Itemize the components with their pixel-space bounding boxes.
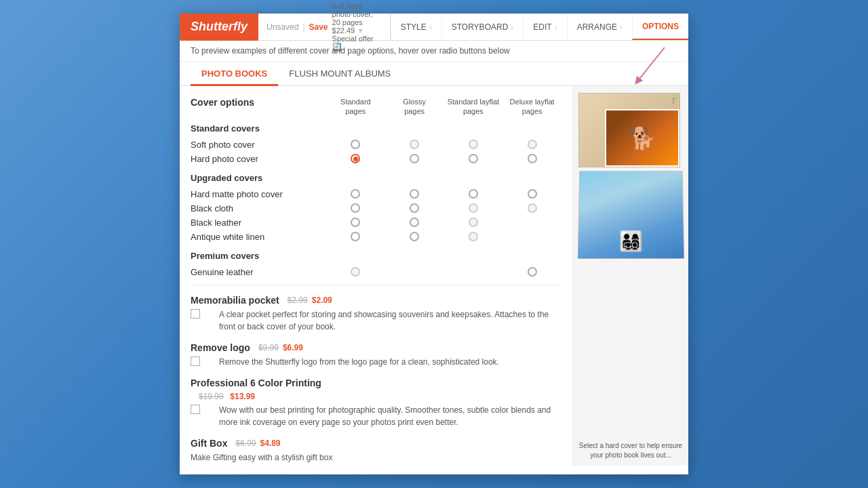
radio-cloth-layflat [469,203,478,213]
addon-memorabilia-title: Memorabilia pocket [191,295,279,306]
top-nav: Shutterfly Unsaved | Save 8x8 Hard photo… [180,14,688,41]
col-glossy: Glossypages [385,97,444,117]
radio-soft-glossy [410,140,419,149]
addon-gift-box-desc: Make Gifting easy with a stylish gift bo… [191,451,561,464]
addon-pro-printing: Professional 6 Color Printing $19.99 $13… [191,378,561,428]
addon-pro-old-price: $19.99 [199,392,224,401]
radio-cloth-glossy[interactable] [410,203,419,213]
preview-text: Select a hard cover to help ensure your … [573,441,688,460]
radio-linen-standard[interactable] [351,232,360,241]
cover-row-antique-linen: Antique white linen [191,230,561,244]
addon-pro-printing-checkbox[interactable] [191,405,200,414]
addon-gift-box-title: Gift Box [191,438,227,449]
cover-row-hard-matte: Hard matte photo cover [191,187,561,201]
col-standard-layflat: Standard layflatpages [444,97,503,117]
radio-leather-glossy[interactable] [410,218,419,227]
radio-cloth-deluxe [528,203,537,213]
addon-memorabilia: Memorabilia pocket $2.99 $2.09 A clear p… [191,295,561,333]
column-headers: Standardpages Glossypages Standard layfl… [326,97,561,117]
logo-area: Shutterfly [180,14,258,41]
sub-tabs: PHOTO BOOKS FLUSH MOUNT ALBUMS [180,62,688,86]
unsaved-label: Unsaved [267,22,298,32]
radio-hard-layflat[interactable] [469,154,478,163]
cover-label-soft: Soft photo cover [191,140,326,150]
cover-label-antique-linen: Antique white linen [191,232,326,242]
book-dog-photo: 🐕 [605,109,679,167]
radio-hard-glossy[interactable] [410,154,419,163]
cover-label-hard-matte: Hard matte photo cover [191,189,326,199]
tab-style[interactable]: STYLE › [391,14,441,40]
addon-remove-logo-checkbox[interactable] [191,357,200,366]
app-window: Shutterfly Unsaved | Save 8x8 Hard photo… [180,14,688,474]
preview-panel: 🐕 T 👨‍👩‍👧‍👦 Select a hard cover to help … [573,86,688,466]
radio-soft-standard[interactable] [351,140,360,149]
col-standard: Standardpages [326,97,385,117]
radio-matte-glossy[interactable] [410,189,419,199]
cover-row-hard: Hard photo cover [191,152,561,166]
addon-gift-new-price: $4.89 [260,439,280,448]
options-panel: Cover options Standardpages Glossypages … [180,86,573,466]
cover-row-genuine-leather: Genuine leather [191,265,561,279]
addon-gift-box: Gift Box $6.99 $4.89 Make Gifting easy w… [191,438,561,466]
cover-row-black-leather: Black leather [191,216,561,230]
radio-leather-standard[interactable] [351,218,360,227]
cover-row-soft: Soft photo cover [191,138,561,152]
addon-pro-printing-title: Professional 6 Color Printing [191,378,321,388]
radio-cols-hard [326,154,561,163]
addon-remove-logo-new-price: $6.99 [283,343,303,352]
addon-remove-logo: Remove logo $9.99 $6.99 Remove the Shutt… [191,342,561,368]
radio-soft-deluxe [528,140,537,149]
nav-tabs: STYLE › STORYBOARD › EDIT › ARRANGE › OP… [391,14,688,40]
addon-memorabilia-checkbox[interactable] [191,309,200,319]
cover-label-hard: Hard photo cover [191,154,326,164]
col-deluxe-layflat: Deluxe layflatpages [502,97,561,117]
cover-options-header: Cover options Standardpages Glossypages … [191,97,561,117]
radio-leather-layflat [469,218,478,227]
radio-matte-standard[interactable] [351,189,360,199]
addon-gift-old-price: $6.99 [235,439,256,448]
radio-hard-deluxe[interactable] [528,154,537,163]
radio-cloth-standard[interactable] [351,203,360,213]
radio-matte-deluxe[interactable] [528,189,537,199]
addon-memorabilia-old-price: $2.99 [288,296,308,305]
logo: Shutterfly [191,20,248,34]
cover-label-black-leather: Black leather [191,218,326,228]
tab-flush-mount[interactable]: FLUSH MOUNT ALBUMS [278,62,401,86]
radio-genuine-standard [351,267,360,277]
subtitle-bar: To preview examples of different cover a… [180,41,688,62]
addon-memorabilia-desc: A clear pocket perfect for storing and s… [219,308,561,333]
book-preview-bottom: 👨‍👩‍👧‍👦 [578,171,685,259]
tab-edit[interactable]: EDIT › [523,14,566,40]
addon-pro-printing-desc: Wow with our best printing for photograp… [219,404,561,428]
cover-row-black-cloth: Black cloth [191,201,561,216]
radio-cols-soft [326,140,561,149]
addon-pro-new-price: $13.99 [230,392,255,401]
book-top-label: T [671,98,675,105]
radio-linen-layflat [469,232,478,241]
section-standard-covers: Standard covers [191,123,561,134]
tab-options[interactable]: OPTIONS [632,14,688,40]
cover-label-genuine-leather: Genuine leather [191,267,326,277]
addon-remove-logo-title: Remove logo [191,342,250,353]
content-area: Cover options Standardpages Glossypages … [180,86,688,466]
addon-remove-logo-old-price: $9.99 [258,343,279,352]
radio-soft-layflat [469,140,478,149]
tab-arrange[interactable]: ARRANGE › [567,14,632,40]
tab-photo-books[interactable]: PHOTO BOOKS [191,62,278,86]
radio-matte-layflat[interactable] [469,189,478,199]
cover-options-title: Cover options [191,97,326,108]
save-button[interactable]: Save [309,22,328,32]
addon-memorabilia-new-price: $2.09 [312,296,332,305]
book-info: 8x8 Hard photo cover, 20 pages $22.49 ▼ … [332,2,382,52]
addon-remove-logo-desc: Remove the Shutterfly logo from the logo… [219,356,499,368]
nav-status-area: Unsaved | Save 8x8 Hard photo cover, 20 … [258,14,391,40]
family-silhouette-icon: 👨‍👩‍👧‍👦 [578,230,684,253]
radio-hard-standard[interactable] [351,154,360,163]
section-premium-covers: Premium covers [191,251,561,261]
cover-label-black-cloth: Black cloth [191,203,326,214]
book-preview-top: 🐕 T [578,93,680,167]
section-upgraded-covers: Upgraded covers [191,173,561,183]
radio-genuine-deluxe[interactable] [528,267,537,277]
tab-storyboard[interactable]: STORYBOARD › [441,14,524,40]
radio-linen-glossy[interactable] [410,232,419,241]
